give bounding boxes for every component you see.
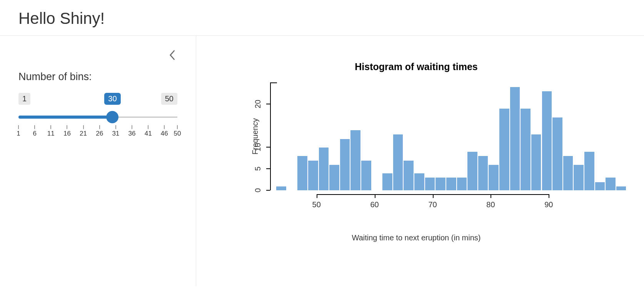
histogram-bar — [531, 134, 542, 190]
slider-tick-label: 16 — [63, 130, 71, 138]
slider-value: 30 — [104, 93, 120, 105]
histogram-bar — [382, 173, 393, 190]
slider-handle[interactable] — [106, 111, 118, 123]
x-tick-label: 50 — [312, 200, 321, 209]
bins-slider[interactable]: 1 30 50 16111621263136414650 — [18, 93, 177, 137]
sidebar: Number of bins: 1 30 50 1611162126313641… — [0, 36, 196, 286]
histogram-bar — [552, 117, 563, 190]
slider-min: 1 — [18, 93, 30, 105]
slider-tick-label: 1 — [17, 130, 20, 138]
x-axis-label: Waiting time to next eruption (in mins) — [228, 233, 605, 242]
slider-tick-label: 36 — [128, 130, 136, 138]
slider-tick-label: 31 — [112, 130, 119, 138]
slider-tick-label: 41 — [145, 130, 152, 138]
histogram-bar — [616, 186, 627, 190]
histogram-bar — [478, 156, 489, 190]
main-panel: Histogram of waiting times Frequency 051… — [196, 36, 644, 286]
slider-tick-label: 21 — [80, 130, 87, 138]
x-tick-label: 90 — [544, 200, 553, 209]
y-tick-label: 20 — [254, 100, 262, 108]
slider-label: Number of bins: — [18, 71, 177, 83]
x-tick-label: 60 — [370, 200, 379, 209]
histogram-bar — [393, 134, 404, 190]
chart-title: Histogram of waiting times — [212, 61, 621, 72]
collapse-sidebar-icon[interactable] — [167, 48, 177, 65]
histogram-bar — [573, 164, 584, 190]
slider-tick-label: 50 — [174, 130, 181, 138]
y-tick-label: 0 — [254, 188, 262, 192]
histogram-bar — [308, 160, 319, 190]
histogram-chart: Frequency 051020 5060708090 Waiting time… — [228, 82, 605, 242]
histogram-bar — [297, 156, 308, 190]
slider-tick-label: 46 — [161, 130, 168, 138]
y-tick-label: 10 — [254, 143, 262, 151]
slider-tick-label: 11 — [47, 130, 55, 138]
histogram-bar — [510, 87, 521, 190]
histogram-bar — [276, 186, 287, 190]
histogram-bar — [542, 91, 552, 190]
histogram-bar — [340, 139, 350, 190]
histogram-bar — [457, 177, 467, 190]
x-tick-label: 80 — [486, 200, 495, 209]
histogram-bar — [499, 108, 510, 190]
x-tick-label: 70 — [428, 200, 437, 209]
histogram-bar — [488, 164, 499, 190]
histogram-bar — [350, 130, 361, 190]
histogram-bar — [467, 151, 478, 190]
histogram-bar — [319, 147, 329, 190]
histogram-bar — [361, 160, 372, 190]
histogram-bar — [584, 151, 595, 190]
histogram-bar — [403, 160, 414, 190]
histogram-bar — [425, 177, 435, 190]
histogram-bar — [435, 177, 446, 190]
app-header: Hello Shiny! — [0, 0, 644, 36]
app-title: Hello Shiny! — [18, 9, 626, 28]
app-content: Number of bins: 1 30 50 1611162126313641… — [0, 36, 644, 286]
histogram-bar — [605, 177, 616, 190]
histogram-bar — [563, 156, 574, 190]
slider-tick-label: 26 — [96, 130, 103, 138]
y-tick-label: 5 — [254, 166, 262, 171]
histogram-bar — [329, 164, 340, 190]
histogram-bar — [414, 173, 425, 190]
histogram-bar — [520, 108, 531, 190]
slider-max: 50 — [161, 93, 177, 105]
histogram-bar — [446, 177, 457, 190]
slider-tick-label: 6 — [33, 130, 36, 138]
histogram-bar — [595, 182, 606, 190]
